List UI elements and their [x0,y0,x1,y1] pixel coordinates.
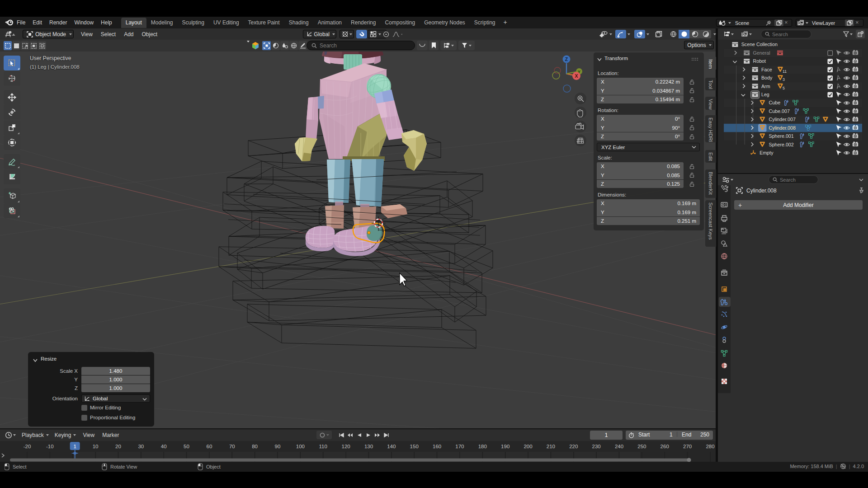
svg-text:130: 130 [364,444,373,449]
svg-text:Cylinder.008: Cylinder.008 [769,125,796,131]
svg-text:120: 120 [342,444,350,449]
svg-text:250: 250 [637,444,646,449]
svg-text:180: 180 [478,444,487,449]
svg-text:280: 280 [706,444,714,449]
svg-text:5: 5 [783,86,785,90]
svg-text:80: 80 [252,444,258,449]
svg-text:Arm: Arm [761,84,770,89]
svg-text:100: 100 [296,444,305,449]
svg-text:Sphere.001: Sphere.001 [769,133,794,139]
svg-text:190: 190 [501,444,509,449]
svg-text:30: 30 [138,444,144,449]
svg-text:20: 20 [115,444,121,449]
svg-text:90: 90 [275,444,281,449]
svg-text:1: 1 [73,444,76,449]
svg-text:Cylinder.007: Cylinder.007 [769,117,796,122]
svg-text:Scene Collection: Scene Collection [741,42,778,47]
svg-text:140: 140 [387,444,396,449]
svg-text:270: 270 [683,444,692,449]
svg-text:Cube: Cube [769,100,781,106]
svg-text:50: 50 [184,444,189,449]
svg-text:200: 200 [524,444,532,449]
svg-text:70: 70 [229,444,235,449]
svg-text:11: 11 [783,69,787,74]
svg-text:Face: Face [761,67,772,72]
svg-text:-10: -10 [46,444,54,449]
svg-text:110: 110 [319,444,327,449]
svg-text:230: 230 [592,444,601,449]
svg-text:150: 150 [410,444,419,449]
svg-text:60: 60 [207,444,212,449]
svg-text:10: 10 [93,444,99,449]
svg-text:220: 220 [569,444,578,449]
svg-text:170: 170 [455,444,464,449]
svg-text:Rotate View: Rotate View [110,464,137,469]
svg-text:Sphere.002: Sphere.002 [769,142,794,147]
svg-text:Robot: Robot [753,58,766,64]
svg-text:Cube.007: Cube.007 [769,108,790,114]
svg-text:260: 260 [660,444,669,449]
svg-text:-20: -20 [24,444,31,449]
svg-text:Empty: Empty [760,150,774,155]
svg-text:Z: Z [565,56,568,62]
svg-text:Object: Object [206,464,221,469]
svg-text:General: General [753,50,770,56]
svg-text:Select: Select [13,464,27,469]
svg-text:X: X [575,73,578,79]
svg-text:3: 3 [783,77,785,82]
svg-text:160: 160 [433,444,441,449]
svg-text:Leg: Leg [761,92,769,97]
svg-text:210: 210 [547,444,555,449]
svg-text:240: 240 [615,444,623,449]
svg-text:Body: Body [761,75,773,80]
svg-text:40: 40 [161,444,167,449]
